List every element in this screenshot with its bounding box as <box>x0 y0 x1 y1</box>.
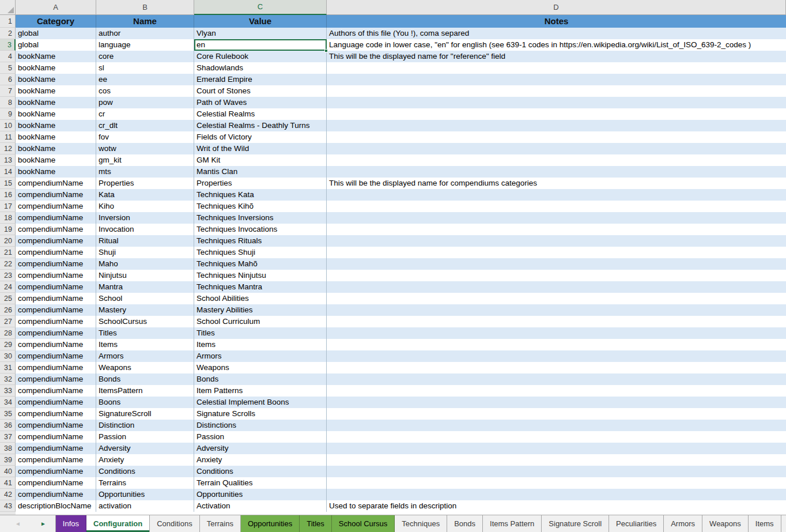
cell-a35[interactable]: compendiumName <box>16 408 96 420</box>
cell-b8[interactable]: pow <box>96 97 194 108</box>
cell-b33[interactable]: ItemsPattern <box>96 385 194 397</box>
cell-b2[interactable]: author <box>96 28 194 39</box>
row-header-33[interactable]: 33 <box>0 385 16 397</box>
cell-a18[interactable]: compendiumName <box>16 212 96 224</box>
row-header-30[interactable]: 30 <box>0 350 16 362</box>
cell-b10[interactable]: cr_dlt <box>96 120 194 131</box>
cell-a7[interactable]: bookName <box>16 85 96 97</box>
sheet-tab-configuration[interactable]: Configuration <box>86 515 150 532</box>
header-cell-a1[interactable]: Category <box>16 15 96 28</box>
cell-d16[interactable] <box>327 189 786 201</box>
row-header-20[interactable]: 20 <box>0 235 16 247</box>
row-header-34[interactable]: 34 <box>0 397 16 408</box>
cell-c5[interactable]: Shadowlands <box>194 62 327 74</box>
cell-a16[interactable]: compendiumName <box>16 189 96 201</box>
cell-c35[interactable]: Signature Scrolls <box>194 408 327 420</box>
cell-d9[interactable] <box>327 108 786 120</box>
row-header-23[interactable]: 23 <box>0 270 16 281</box>
row-header-11[interactable]: 11 <box>0 131 16 143</box>
cell-c6[interactable]: Emerald Empire <box>194 74 327 85</box>
cell-b29[interactable]: Items <box>96 339 194 350</box>
select-all-button[interactable] <box>0 0 16 15</box>
cell-d13[interactable] <box>327 154 786 166</box>
cell-d21[interactable] <box>327 247 786 258</box>
cell-d23[interactable] <box>327 270 786 281</box>
row-header-2[interactable]: 2 <box>0 28 16 39</box>
cell-d5[interactable] <box>327 62 786 74</box>
cell-c24[interactable]: Techniques Mantra <box>194 281 327 293</box>
cell-a12[interactable]: bookName <box>16 143 96 154</box>
cell-b40[interactable]: Conditions <box>96 466 194 477</box>
row-header-32[interactable]: 32 <box>0 373 16 385</box>
cell-d36[interactable] <box>327 420 786 431</box>
cell-d29[interactable] <box>327 339 786 350</box>
cell-c41[interactable]: Terrain Qualities <box>194 477 327 489</box>
column-header-a[interactable]: A <box>16 0 96 15</box>
sheet-tab-conditions[interactable]: Conditions <box>150 515 199 532</box>
row-header-37[interactable]: 37 <box>0 431 16 443</box>
cell-d41[interactable] <box>327 477 786 489</box>
row-header-25[interactable]: 25 <box>0 293 16 304</box>
cell-a10[interactable]: bookName <box>16 120 96 131</box>
cell-a3[interactable]: global <box>16 39 96 51</box>
cell-c37[interactable]: Passion <box>194 431 327 443</box>
cell-d12[interactable] <box>327 143 786 154</box>
cell-a39[interactable]: compendiumName <box>16 454 96 466</box>
cell-d19[interactable] <box>327 224 786 235</box>
row-header-10[interactable]: 10 <box>0 120 16 131</box>
row-header-42[interactable]: 42 <box>0 489 16 500</box>
row-header-41[interactable]: 41 <box>0 477 16 489</box>
cell-d14[interactable] <box>327 166 786 178</box>
cell-d28[interactable] <box>327 327 786 339</box>
cell-a2[interactable]: global <box>16 28 96 39</box>
cell-c11[interactable]: Fields of Victory <box>194 131 327 143</box>
cell-d32[interactable] <box>327 373 786 385</box>
cell-c17[interactable]: Techniques Kihõ <box>194 201 327 212</box>
cell-d18[interactable] <box>327 212 786 224</box>
cell-c28[interactable]: Titles <box>194 327 327 339</box>
row-header-39[interactable]: 39 <box>0 454 16 466</box>
cell-b30[interactable]: Armors <box>96 350 194 362</box>
row-header-27[interactable]: 27 <box>0 316 16 327</box>
row-header-28[interactable]: 28 <box>0 327 16 339</box>
cell-b9[interactable]: cr <box>96 108 194 120</box>
cell-c16[interactable]: Techniques Kata <box>194 189 327 201</box>
cell-d24[interactable] <box>327 281 786 293</box>
cell-b12[interactable]: wotw <box>96 143 194 154</box>
column-header-c[interactable]: C <box>194 0 327 15</box>
row-header-4[interactable]: 4 <box>0 51 16 62</box>
cell-d40[interactable] <box>327 466 786 477</box>
cell-a19[interactable]: compendiumName <box>16 224 96 235</box>
header-cell-b1[interactable]: Name <box>96 15 194 28</box>
sheet-tab-school-cursus[interactable]: School Cursus <box>332 515 395 532</box>
cell-b16[interactable]: Kata <box>96 189 194 201</box>
cell-b4[interactable]: core <box>96 51 194 62</box>
cell-a37[interactable]: compendiumName <box>16 431 96 443</box>
cell-a23[interactable]: compendiumName <box>16 270 96 281</box>
cell-c26[interactable]: Mastery Abilities <box>194 304 327 316</box>
cell-c29[interactable]: Items <box>194 339 327 350</box>
sheet-tab-techniques[interactable]: Techniques <box>395 515 447 532</box>
header-cell-c1[interactable]: Value <box>194 15 327 28</box>
cell-a20[interactable]: compendiumName <box>16 235 96 247</box>
fill-handle[interactable] <box>324 49 328 52</box>
cell-c10[interactable]: Celestial Realms - Deathly Turns <box>194 120 327 131</box>
cell-c40[interactable]: Conditions <box>194 466 327 477</box>
cell-a11[interactable]: bookName <box>16 131 96 143</box>
cell-b6[interactable]: ee <box>96 74 194 85</box>
sheet-tab-items[interactable]: Items <box>749 515 781 532</box>
sheet-tab-peculiarities[interactable]: Peculiarities <box>609 515 664 532</box>
cell-d22[interactable] <box>327 258 786 270</box>
cell-c31[interactable]: Weapons <box>194 362 327 373</box>
cell-a13[interactable]: bookName <box>16 154 96 166</box>
cell-a43[interactable]: descriptionBlocName <box>16 500 96 512</box>
row-header-21[interactable]: 21 <box>0 247 16 258</box>
cell-a15[interactable]: compendiumName <box>16 178 96 189</box>
sheet-tab-bonds[interactable]: Bonds <box>447 515 483 532</box>
cell-b17[interactable]: Kiho <box>96 201 194 212</box>
cell-b43[interactable]: activation <box>96 500 194 512</box>
row-header-40[interactable]: 40 <box>0 466 16 477</box>
sheet-tab-titles[interactable]: Titles <box>300 515 332 532</box>
cell-d8[interactable] <box>327 97 786 108</box>
row-header-18[interactable]: 18 <box>0 212 16 224</box>
